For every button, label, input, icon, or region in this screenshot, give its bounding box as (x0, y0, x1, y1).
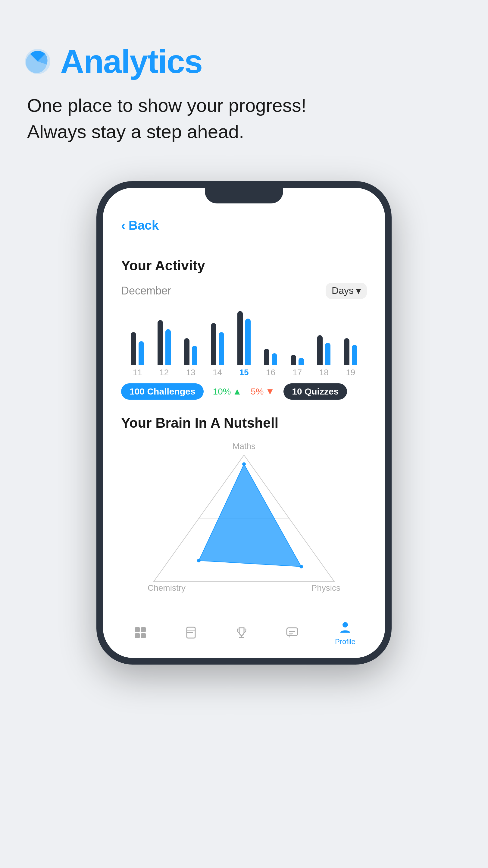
bar-blue-18 (325, 343, 330, 365)
nav-item-chat[interactable] (284, 625, 300, 641)
radar-labels: Maths Chemistry Physics (138, 440, 350, 598)
bar-label-18: 18 (319, 368, 329, 377)
bar-group-14: 14 (211, 305, 224, 377)
phone-inner: ‹ Back Your Activity December Days ▾ (103, 188, 385, 658)
physics-label: Physics (312, 583, 340, 592)
analytics-icon (24, 48, 51, 75)
bar-group-17: 17 (291, 305, 304, 377)
phone-wrapper: ‹ Back Your Activity December Days ▾ (0, 181, 488, 664)
radar-chart: Maths Chemistry Physics (121, 440, 367, 598)
back-button[interactable]: ‹ Back (121, 218, 367, 233)
phone-notch (205, 188, 283, 204)
bar-label-19: 19 (346, 368, 355, 377)
days-selector[interactable]: Days ▾ (326, 283, 367, 299)
bar-blue-15 (245, 318, 251, 365)
arrow-down-icon: ▼ (266, 386, 275, 397)
radar-svg: Maths Chemistry Physics (138, 440, 350, 597)
bar-blue-13 (192, 346, 197, 365)
challenges-badge: 100 Challenges (121, 383, 204, 400)
activity-title: Your Activity (121, 257, 367, 274)
svg-point-10 (197, 559, 201, 562)
bar-blue-16 (272, 353, 277, 365)
svg-point-24 (343, 622, 348, 627)
back-chevron-icon: ‹ (121, 218, 126, 233)
bottom-nav: Profile (103, 610, 385, 658)
bar-blue-17 (298, 358, 304, 365)
bar-group-13: 13 (184, 305, 197, 377)
bar-dark-16 (264, 349, 269, 365)
nav-item-book[interactable] (183, 625, 199, 641)
month-label: December (121, 284, 171, 297)
quizzes-badge: 10 Quizzes (284, 383, 347, 400)
bar-dark-15 (237, 311, 243, 365)
bar-label-11: 11 (133, 368, 142, 377)
svg-rect-14 (141, 633, 146, 638)
page-title: Analytics (60, 42, 202, 81)
bar-group-12: 12 (158, 305, 171, 377)
grid-icon (133, 625, 148, 641)
bar-blue-12 (165, 329, 171, 365)
bar-dark-18 (317, 335, 323, 365)
bar-blue-11 (138, 341, 144, 365)
chat-icon (284, 625, 300, 641)
stats-row: 100 Challenges 10% ▲ 5% ▼ 10 Quizzes (121, 383, 367, 400)
arrow-up-icon: ▲ (233, 386, 241, 397)
bar-dark-14 (211, 323, 216, 365)
svg-point-8 (242, 462, 246, 466)
bar-dark-19 (344, 338, 350, 365)
bar-label-16: 16 (266, 368, 275, 377)
nav-item-profile[interactable]: Profile (335, 619, 355, 646)
nav-item-home[interactable] (133, 625, 148, 641)
bar-label-14: 14 (213, 368, 222, 377)
chemistry-label: Chemistry (148, 583, 186, 592)
bar-dark-13 (184, 338, 190, 365)
activity-section: Your Activity December Days ▾ (121, 257, 367, 400)
nav-item-trophy[interactable] (234, 625, 250, 641)
bar-group-19: 19 (344, 305, 357, 377)
bar-dark-17 (291, 355, 296, 365)
profile-icon (337, 619, 353, 635)
divider (103, 245, 385, 245)
header-subtitle: One place to show your progress! Always … (24, 93, 464, 145)
percent-up: 10% ▲ (213, 386, 241, 397)
bar-blue-14 (219, 332, 224, 365)
svg-rect-11 (135, 627, 140, 632)
bar-dark-12 (158, 320, 163, 365)
bar-group-11: 11 (131, 305, 144, 377)
maths-label: Maths (233, 441, 255, 451)
bar-group-18: 18 (317, 305, 330, 377)
svg-marker-7 (199, 464, 301, 567)
brain-section: Your Brain In A Nutshell Maths Chemistry… (121, 415, 367, 598)
svg-point-9 (299, 565, 303, 568)
phone-screen: ‹ Back Your Activity December Days ▾ (103, 188, 385, 610)
bar-label-13: 13 (186, 368, 195, 377)
bar-blue-19 (352, 345, 357, 365)
activity-header: December Days ▾ (121, 283, 367, 299)
svg-rect-13 (135, 633, 140, 638)
profile-nav-label: Profile (335, 638, 355, 646)
bar-label-15: 15 (239, 368, 249, 377)
percent-down: 5% ▼ (251, 386, 274, 397)
bar-chart: 11 12 (121, 311, 367, 377)
book-icon (183, 625, 199, 641)
bar-group-16: 16 (264, 305, 277, 377)
trophy-icon (234, 625, 250, 641)
svg-rect-12 (141, 627, 146, 632)
bar-label-12: 12 (159, 368, 169, 377)
chevron-down-icon: ▾ (356, 285, 361, 297)
brain-title: Your Brain In A Nutshell (121, 415, 367, 431)
bar-label-17: 17 (293, 368, 302, 377)
phone-outer: ‹ Back Your Activity December Days ▾ (96, 181, 392, 664)
bar-dark-11 (131, 332, 136, 365)
header-section: Analytics One place to show your progres… (0, 0, 488, 163)
bar-group-15: 15 (237, 305, 251, 377)
title-row: Analytics (24, 42, 464, 81)
